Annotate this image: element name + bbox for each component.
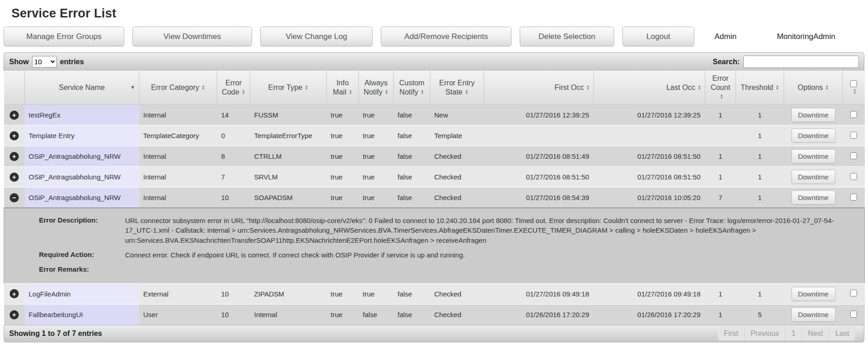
column-header-label: Threshold	[741, 84, 773, 91]
add-remove-recipients-button[interactable]: Add/Remove Recipients	[381, 27, 511, 46]
cell-first-occ: 01/27/2016 12:39:25	[484, 105, 594, 125]
expand-row-icon[interactable]: +	[10, 131, 19, 140]
table-row: +testRegExInternal14FUSSMtruetruefalseNe…	[4, 105, 865, 125]
logout-button[interactable]: Logout	[622, 27, 694, 46]
search-input[interactable]	[743, 56, 859, 68]
column-header-error-entry-state[interactable]: Error Entry State▲▼	[430, 71, 484, 105]
row-select-checkbox[interactable]	[850, 132, 857, 139]
cell-error-category: User	[139, 304, 217, 325]
delete-selection-button[interactable]: Delete Selection	[520, 27, 614, 46]
cell-always-notify: true	[359, 284, 394, 304]
cell-error-entry-state: Template	[430, 125, 484, 146]
cell-always-notify: true	[359, 146, 394, 167]
expand-row-icon[interactable]: +	[10, 310, 19, 319]
downtime-button[interactable]: Downtime	[791, 108, 835, 122]
view-change-log-button[interactable]: View Change Log	[260, 27, 373, 46]
column-header-custom-notify[interactable]: Custom Notify▲▼	[394, 71, 430, 105]
sort-icon: ▲▼	[586, 85, 590, 91]
select-all-checkbox[interactable]	[850, 80, 857, 87]
cell-last-occ: 01/27/2016 12:39:25	[594, 105, 705, 125]
pagination-last[interactable]: Last	[829, 327, 855, 341]
column-header-label: Error Entry State	[439, 79, 474, 96]
downtime-button[interactable]: Downtime	[791, 170, 835, 184]
sort-icon: ▲▼	[202, 85, 205, 91]
column-header-threshold[interactable]: Threshold▲▼	[736, 71, 784, 105]
column-header-error-type[interactable]: Error Type▲▼	[250, 71, 327, 105]
collapse-row-icon[interactable]: −	[10, 193, 19, 202]
cell-first-occ: 01/27/2016 08:54:39	[484, 187, 594, 208]
column-header-info-mail[interactable]: Info Mail▲▼	[327, 71, 359, 105]
expand-row-icon[interactable]: +	[10, 111, 19, 120]
column-header-always-notify[interactable]: Always Notify▲▼	[359, 71, 394, 105]
cell-always-notify: true	[359, 125, 394, 146]
cell-custom-notify: false	[394, 187, 430, 208]
cell-last-occ: 01/27/2016 09:49:18	[594, 284, 705, 304]
cell-error-type: FUSSM	[250, 105, 327, 125]
row-select-checkbox[interactable]	[850, 173, 857, 180]
column-header-label: Error Type	[268, 84, 302, 91]
page-length-select[interactable]: 10	[32, 56, 57, 67]
cell-threshold: 5	[736, 304, 784, 325]
manage-error-groups-button[interactable]: Manage Error Groups	[4, 27, 124, 46]
detail-label: Error Description:	[39, 216, 99, 245]
expand-column-header	[4, 71, 25, 105]
column-header-label: Last Occ	[666, 84, 695, 91]
column-header-error-count[interactable]: Error Count▲▼	[705, 71, 736, 105]
column-header-first-occ[interactable]: First Occ▲▼	[484, 71, 594, 105]
cell-custom-notify: false	[394, 304, 430, 325]
row-select-checkbox[interactable]	[850, 194, 857, 201]
cell-error-type: SRVLM	[250, 167, 327, 187]
column-header-error-category[interactable]: Error Category▲▼	[139, 71, 217, 105]
row-select-checkbox[interactable]	[850, 311, 857, 318]
column-header-label: First Occ	[555, 84, 584, 91]
cell-error-type: CTRLLM	[250, 146, 327, 167]
cell-info-mail: true	[327, 125, 359, 146]
cell-error-entry-state: Checked	[430, 304, 484, 325]
pagination-next[interactable]: Next	[802, 327, 829, 341]
cell-error-count: 1	[705, 304, 736, 325]
cell-info-mail: true	[327, 187, 359, 208]
table-row: +FallbearbeitungUIUser10Internaltruefals…	[4, 304, 865, 325]
table-row: +OSiP_Antragsabholung_NRWInternal8CTRLLM…	[4, 146, 865, 167]
cell-custom-notify: false	[394, 146, 430, 167]
table-row: −OSiP_Antragsabholung_NRWInternal10SOAPA…	[4, 187, 865, 208]
cell-error-entry-state: Checked	[430, 167, 484, 187]
column-header-error-code[interactable]: Error Code▲▼	[217, 71, 250, 105]
row-select-checkbox[interactable]	[850, 111, 857, 118]
view-downtimes-button[interactable]: View Downtimes	[132, 27, 252, 46]
downtime-button[interactable]: Downtime	[791, 149, 835, 163]
cell-first-occ: 01/27/2016 08:51:49	[484, 146, 594, 167]
show-label: Show	[9, 58, 29, 66]
downtime-button[interactable]: Downtime	[791, 307, 835, 322]
sorted-desc-icon: ▼	[130, 84, 135, 91]
cell-threshold: 1	[736, 187, 784, 208]
downtime-button[interactable]: Downtime	[791, 190, 835, 205]
pagination-previous[interactable]: Previous	[744, 327, 785, 341]
cell-always-notify: true	[359, 105, 394, 125]
cell-error-category: TemplateCategory	[139, 125, 217, 146]
downtime-button[interactable]: Downtime	[791, 287, 835, 301]
column-header-options[interactable]: Options▲▼	[784, 71, 843, 105]
expand-row-icon[interactable]: +	[10, 152, 19, 161]
cell-info-mail: true	[327, 105, 359, 125]
error-table-head: Service Name▼Error Category▲▼Error Code▲…	[4, 71, 865, 105]
cell-threshold: 1	[736, 146, 784, 167]
pagination-first[interactable]: First	[718, 327, 744, 341]
column-header-label: Error Category	[151, 84, 199, 91]
cell-custom-notify: false	[394, 167, 430, 187]
error-table: Service Name▼Error Category▲▼Error Code▲…	[4, 71, 865, 325]
cell-first-occ	[484, 125, 594, 146]
row-select-checkbox[interactable]	[850, 152, 857, 159]
column-header-last-occ[interactable]: Last Occ▲▼	[594, 71, 705, 105]
cell-error-category: Internal	[139, 105, 217, 125]
downtime-button[interactable]: Downtime	[791, 128, 835, 143]
column-header-service-name[interactable]: Service Name▼	[25, 71, 139, 105]
row-select-checkbox[interactable]	[850, 290, 857, 296]
cell-error-code: 10	[217, 284, 250, 304]
sort-icon: ▲▼	[853, 89, 857, 95]
pagination-1[interactable]: 1	[785, 327, 802, 341]
expand-row-icon[interactable]: +	[10, 289, 19, 298]
expand-row-icon[interactable]: +	[10, 173, 19, 182]
select-all-header[interactable]: ▲▼	[843, 71, 865, 105]
cell-error-category: Internal	[139, 146, 217, 167]
